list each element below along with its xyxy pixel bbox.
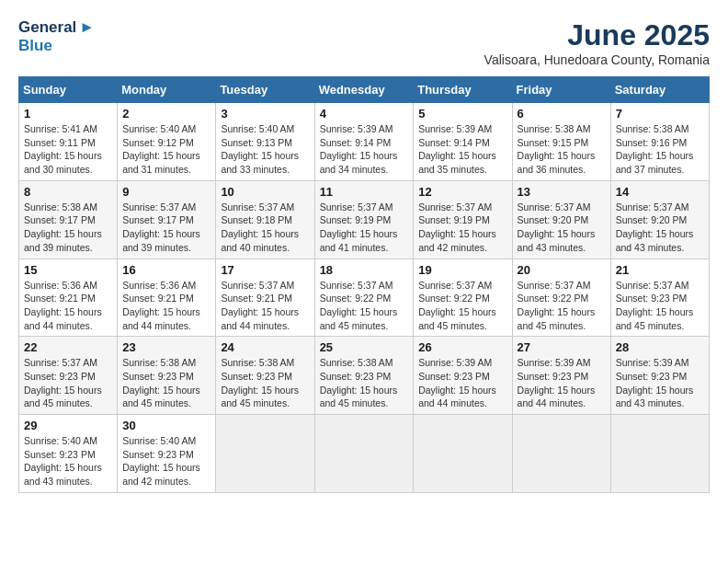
calendar-cell (414, 415, 512, 493)
day-info-text: Sunrise: 5:37 AM Sunset: 9:18 PM Dayligh… (221, 201, 309, 255)
calendar-cell: 27Sunrise: 5:39 AM Sunset: 9:23 PM Dayli… (512, 337, 610, 415)
day-info-text: Sunrise: 5:40 AM Sunset: 9:13 PM Dayligh… (221, 122, 309, 177)
day-number: 10 (221, 185, 309, 199)
day-number: 14 (616, 185, 704, 199)
logo-text: General►Blue (18, 18, 95, 56)
title-area: June 2025 Valisoara, Hunedoara County, R… (484, 18, 710, 67)
day-number: 29 (24, 419, 112, 432)
location-subtitle: Valisoara, Hunedoara County, Romania (484, 52, 710, 67)
day-number: 18 (320, 263, 409, 277)
calendar-cell: 12Sunrise: 5:37 AM Sunset: 9:19 PM Dayli… (414, 180, 512, 259)
day-number: 15 (24, 263, 112, 277)
calendar-cell: 7Sunrise: 5:38 AM Sunset: 9:16 PM Daylig… (610, 103, 709, 181)
day-info-text: Sunrise: 5:37 AM Sunset: 9:22 PM Dayligh… (320, 279, 409, 333)
calendar-week-row: 15Sunrise: 5:36 AM Sunset: 9:21 PM Dayli… (19, 259, 710, 337)
day-info-text: Sunrise: 5:37 AM Sunset: 9:23 PM Dayligh… (616, 279, 704, 333)
logo-arrow: ► (79, 18, 95, 36)
day-info-text: Sunrise: 5:39 AM Sunset: 9:23 PM Dayligh… (418, 356, 506, 410)
day-number: 21 (616, 263, 704, 277)
day-number: 8 (24, 185, 112, 199)
day-info-text: Sunrise: 5:39 AM Sunset: 9:14 PM Dayligh… (320, 122, 409, 177)
calendar-cell: 2Sunrise: 5:40 AM Sunset: 9:12 PM Daylig… (118, 103, 216, 181)
calendar-cell: 3Sunrise: 5:40 AM Sunset: 9:13 PM Daylig… (216, 103, 314, 181)
column-header-monday: Monday (118, 77, 216, 103)
calendar-cell: 29Sunrise: 5:40 AM Sunset: 9:23 PM Dayli… (19, 415, 118, 493)
day-number: 24 (221, 340, 309, 354)
day-info-text: Sunrise: 5:37 AM Sunset: 9:22 PM Dayligh… (418, 279, 506, 333)
calendar-cell: 28Sunrise: 5:39 AM Sunset: 9:23 PM Dayli… (610, 337, 709, 415)
calendar-cell: 16Sunrise: 5:36 AM Sunset: 9:21 PM Dayli… (118, 259, 216, 337)
day-number: 20 (518, 263, 606, 277)
calendar-cell: 20Sunrise: 5:37 AM Sunset: 9:22 PM Dayli… (512, 259, 610, 337)
calendar-cell: 15Sunrise: 5:36 AM Sunset: 9:21 PM Dayli… (19, 259, 118, 337)
column-header-saturday: Saturday (610, 77, 709, 103)
calendar-cell: 6Sunrise: 5:38 AM Sunset: 9:15 PM Daylig… (512, 103, 610, 181)
logo-blue-text: Blue (18, 37, 52, 54)
calendar-cell: 25Sunrise: 5:38 AM Sunset: 9:23 PM Dayli… (314, 337, 414, 415)
day-info-text: Sunrise: 5:39 AM Sunset: 9:23 PM Dayligh… (616, 356, 704, 410)
calendar-header-row: SundayMondayTuesdayWednesdayThursdayFrid… (19, 77, 710, 103)
day-info-text: Sunrise: 5:36 AM Sunset: 9:21 PM Dayligh… (122, 279, 210, 333)
month-title: June 2025 (484, 18, 710, 52)
day-number: 26 (418, 340, 506, 354)
day-info-text: Sunrise: 5:36 AM Sunset: 9:21 PM Dayligh… (24, 279, 112, 333)
day-number: 12 (418, 185, 506, 199)
calendar-cell: 1Sunrise: 5:41 AM Sunset: 9:11 PM Daylig… (19, 103, 118, 181)
day-info-text: Sunrise: 5:38 AM Sunset: 9:23 PM Dayligh… (122, 356, 210, 410)
calendar-week-row: 8Sunrise: 5:38 AM Sunset: 9:17 PM Daylig… (19, 180, 710, 259)
day-info-text: Sunrise: 5:37 AM Sunset: 9:21 PM Dayligh… (221, 279, 309, 333)
calendar-cell: 14Sunrise: 5:37 AM Sunset: 9:20 PM Dayli… (610, 180, 709, 259)
logo-general: General (18, 18, 76, 36)
day-info-text: Sunrise: 5:39 AM Sunset: 9:14 PM Dayligh… (418, 122, 506, 177)
calendar-cell: 10Sunrise: 5:37 AM Sunset: 9:18 PM Dayli… (216, 180, 314, 259)
column-header-sunday: Sunday (19, 77, 118, 103)
day-number: 5 (418, 107, 506, 121)
day-number: 30 (122, 419, 210, 432)
day-info-text: Sunrise: 5:37 AM Sunset: 9:20 PM Dayligh… (518, 201, 606, 255)
day-info-text: Sunrise: 5:37 AM Sunset: 9:19 PM Dayligh… (418, 201, 506, 255)
day-number: 7 (616, 107, 704, 121)
calendar-cell (216, 415, 314, 493)
day-info-text: Sunrise: 5:41 AM Sunset: 9:11 PM Dayligh… (24, 122, 112, 177)
day-number: 3 (221, 107, 309, 121)
day-info-text: Sunrise: 5:40 AM Sunset: 9:12 PM Dayligh… (122, 122, 210, 177)
calendar-week-row: 1Sunrise: 5:41 AM Sunset: 9:11 PM Daylig… (19, 103, 710, 181)
calendar-table: SundayMondayTuesdayWednesdayThursdayFrid… (18, 76, 710, 493)
calendar-cell: 8Sunrise: 5:38 AM Sunset: 9:17 PM Daylig… (19, 180, 118, 259)
calendar-cell: 26Sunrise: 5:39 AM Sunset: 9:23 PM Dayli… (414, 337, 512, 415)
day-info-text: Sunrise: 5:40 AM Sunset: 9:23 PM Dayligh… (24, 434, 112, 488)
day-info-text: Sunrise: 5:38 AM Sunset: 9:15 PM Dayligh… (518, 122, 606, 177)
day-number: 28 (616, 340, 704, 354)
day-info-text: Sunrise: 5:37 AM Sunset: 9:22 PM Dayligh… (518, 279, 606, 333)
day-number: 9 (122, 185, 210, 199)
column-header-thursday: Thursday (414, 77, 512, 103)
day-info-text: Sunrise: 5:39 AM Sunset: 9:23 PM Dayligh… (518, 356, 606, 410)
day-number: 1 (24, 107, 112, 121)
day-info-text: Sunrise: 5:37 AM Sunset: 9:19 PM Dayligh… (320, 201, 409, 255)
day-number: 22 (24, 340, 112, 354)
day-info-text: Sunrise: 5:37 AM Sunset: 9:17 PM Dayligh… (122, 201, 210, 255)
calendar-cell: 13Sunrise: 5:37 AM Sunset: 9:20 PM Dayli… (512, 180, 610, 259)
day-info-text: Sunrise: 5:38 AM Sunset: 9:17 PM Dayligh… (24, 201, 112, 255)
column-header-wednesday: Wednesday (314, 77, 414, 103)
day-number: 16 (122, 263, 210, 277)
calendar-cell: 17Sunrise: 5:37 AM Sunset: 9:21 PM Dayli… (216, 259, 314, 337)
day-number: 19 (418, 263, 506, 277)
calendar-cell: 18Sunrise: 5:37 AM Sunset: 9:22 PM Dayli… (314, 259, 414, 337)
day-number: 11 (320, 185, 409, 199)
calendar-week-row: 22Sunrise: 5:37 AM Sunset: 9:23 PM Dayli… (19, 337, 710, 415)
day-number: 23 (122, 340, 210, 354)
day-info-text: Sunrise: 5:38 AM Sunset: 9:16 PM Dayligh… (616, 122, 704, 177)
calendar-cell: 5Sunrise: 5:39 AM Sunset: 9:14 PM Daylig… (414, 103, 512, 181)
calendar-cell: 23Sunrise: 5:38 AM Sunset: 9:23 PM Dayli… (118, 337, 216, 415)
calendar-cell (610, 415, 709, 493)
day-info-text: Sunrise: 5:37 AM Sunset: 9:23 PM Dayligh… (24, 356, 112, 410)
day-number: 25 (320, 340, 409, 354)
day-number: 13 (518, 185, 606, 199)
calendar-week-row: 29Sunrise: 5:40 AM Sunset: 9:23 PM Dayli… (19, 415, 710, 493)
calendar-cell: 30Sunrise: 5:40 AM Sunset: 9:23 PM Dayli… (118, 415, 216, 493)
calendar-cell: 24Sunrise: 5:38 AM Sunset: 9:23 PM Dayli… (216, 337, 314, 415)
day-info-text: Sunrise: 5:38 AM Sunset: 9:23 PM Dayligh… (221, 356, 309, 410)
calendar-cell: 22Sunrise: 5:37 AM Sunset: 9:23 PM Dayli… (19, 337, 118, 415)
day-number: 2 (122, 107, 210, 121)
